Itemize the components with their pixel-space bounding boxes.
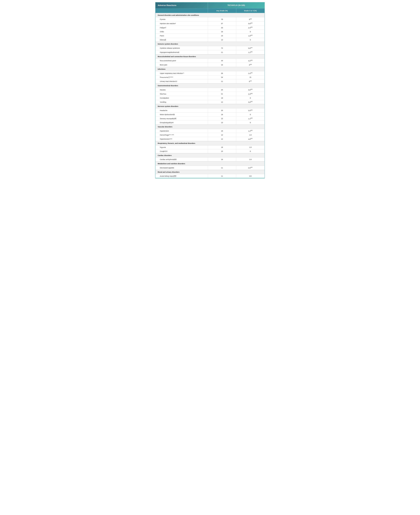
any-grade-value: 24 <box>208 75 236 79</box>
table-row: Decreased appetite110.6### <box>156 166 264 170</box>
table-row: Urinary tract infection‡‡115### <box>156 79 264 84</box>
any-grade-value: 18 <box>208 145 236 149</box>
any-grade-value: 16 <box>208 157 236 162</box>
grade34-value: 3.6 <box>236 174 264 178</box>
category-label: Cardiac disorders <box>156 153 264 157</box>
table-row: Nausea250.6### <box>156 88 264 92</box>
category-label: Respiratory, thoracic, and mediastinal d… <box>156 141 264 145</box>
table-row: Chills160 <box>156 30 264 34</box>
grade34-value: 1.2### <box>236 129 264 133</box>
reaction-name: Encephalopathy## <box>156 121 208 125</box>
any-grade-value: 13 <box>208 121 236 125</box>
grade34-value: 0.6### <box>236 22 264 26</box>
table-row: Headache250.6### <box>156 108 264 113</box>
reaction-name: Upper respiratory tract infection** <box>156 71 208 75</box>
category-label: Immune system disorders <box>156 42 264 46</box>
category-row: Infections <box>156 67 264 71</box>
any-grade-value: 72 <box>208 46 236 50</box>
table-row: Vomiting120.6### <box>156 100 264 104</box>
grade34-value: 0 <box>236 30 264 34</box>
any-grade-value: 11 <box>208 50 236 54</box>
category-label: Musculoskeletal and connective tissue di… <box>156 54 264 59</box>
category-row: General disorders and administration sit… <box>156 13 264 17</box>
reaction-name: Motor dysfunction§§ <box>156 113 208 117</box>
any-grade-value: 15 <box>208 117 236 121</box>
category-row: Renal and urinary disorders <box>156 170 264 174</box>
table-row: Diarrhea212.4### <box>156 92 264 96</box>
reaction-name: Hemorrhage*** **** <box>156 133 208 137</box>
reaction-name: Bone pain <box>156 63 208 67</box>
grade34-header: Grade 3 or 4 (%) <box>236 8 264 13</box>
grade34-value: 15 <box>236 75 264 79</box>
reaction-name: Sensory neuropathy¶¶ <box>156 117 208 121</box>
table-row: Hypertension†††124.8### <box>156 137 264 141</box>
grade34-value: 0 <box>236 96 264 100</box>
reaction-name: Hypoxia <box>156 145 208 149</box>
category-label: Infections <box>156 67 264 71</box>
any-grade-value: 12 <box>208 133 236 137</box>
table-row: Hypoxia181.8 <box>156 145 264 149</box>
grade34-value: 2.4### <box>236 92 264 96</box>
category-label: Vascular disorders <box>156 125 264 129</box>
table-row: Encephalopathy##130 <box>156 121 264 125</box>
reaction-name: Hypertension††† <box>156 137 208 141</box>
table-row: Edema§130 <box>156 38 264 42</box>
table-row: Fatigue†332.4### <box>156 26 264 30</box>
reaction-name: Diarrhea <box>156 92 208 96</box>
category-row: Respiratory, thoracic, and mediastinal d… <box>156 141 264 145</box>
grade34-value: 0.6### <box>236 100 264 104</box>
reaction-name: Cardiac arrhythmia§§§ <box>156 157 208 162</box>
grade34-value: 0.6### <box>236 166 264 170</box>
table-row: Pain‡151.8### <box>156 34 264 38</box>
any-grade-value: 12 <box>208 137 236 141</box>
adverse-reactions-header: Adverse Reactions <box>156 2 208 8</box>
any-grade-value: 12 <box>208 100 236 104</box>
any-grade-value: 33 <box>208 26 236 30</box>
category-row: Vascular disorders <box>156 125 264 129</box>
grade34-value: 1.8 <box>236 133 264 137</box>
table-row: Sensory neuropathy¶¶151.2### <box>156 117 264 121</box>
any-grade-value: 25 <box>208 88 236 92</box>
reaction-name: Pyrexia <box>156 17 208 22</box>
reaction-name: Fatigue† <box>156 26 208 30</box>
any-grade-header: Any Grade (%) <box>208 8 236 13</box>
table-row: Hemorrhage*** ****121.8 <box>156 133 264 137</box>
table-row: Cytokine release syndrome720.6### <box>156 46 264 50</box>
any-grade-value: 25 <box>208 108 236 113</box>
reaction-name: Injection site reaction* <box>156 22 208 26</box>
reaction-name: Nausea <box>156 88 208 92</box>
any-grade-value: 16 <box>208 63 236 67</box>
table-row: Motor dysfunction§§160 <box>156 113 264 117</box>
category-row: Immune system disorders <box>156 42 264 46</box>
reaction-name: Hypotension <box>156 129 208 133</box>
reaction-name: Urinary tract infection‡‡ <box>156 79 208 84</box>
category-row: Gastrointestinal disorders <box>156 83 264 88</box>
any-grade-value: 26 <box>208 71 236 75</box>
table-row: Cough‡‡‡150 <box>156 149 264 153</box>
category-row: Cardiac disorders <box>156 153 264 157</box>
tecvayli-header: TECVAYLI® (N=165) <box>208 2 264 8</box>
reaction-name: Pneumonia††***** <box>156 75 208 79</box>
category-label: Metabolism and nutrition disorders <box>156 162 264 166</box>
any-grade-value: 18 <box>208 96 236 100</box>
reaction-name: Vomiting <box>156 100 208 104</box>
grade34-value: 1.8### <box>236 34 264 38</box>
table-row: Pneumonia††*****2415 <box>156 75 264 79</box>
table-row: Hypotension181.2### <box>156 129 264 133</box>
grade34-value: 0.6### <box>236 108 264 113</box>
grade34-value: 0.6### <box>236 88 264 92</box>
table-row: Hypogammaglobulinemia¶111.2### <box>156 50 264 54</box>
grade34-value: 1.8 <box>236 157 264 162</box>
adverse-reactions-subheader <box>156 8 208 13</box>
table-row: Acute kidney injury¶¶¶113.6 <box>156 174 264 178</box>
grade34-value: 2.4### <box>236 71 264 75</box>
any-grade-value: 44 <box>208 59 236 63</box>
table-row: Upper respiratory tract infection**262.4… <box>156 71 264 75</box>
any-grade-value: 76 <box>208 17 236 22</box>
any-grade-value: 11 <box>208 174 236 178</box>
grade34-value: 0 <box>236 149 264 153</box>
category-label: General disorders and administration sit… <box>156 13 264 17</box>
grade34-value: 3### <box>236 17 264 22</box>
reaction-name: Pain‡ <box>156 34 208 38</box>
any-grade-value: 11 <box>208 166 236 170</box>
